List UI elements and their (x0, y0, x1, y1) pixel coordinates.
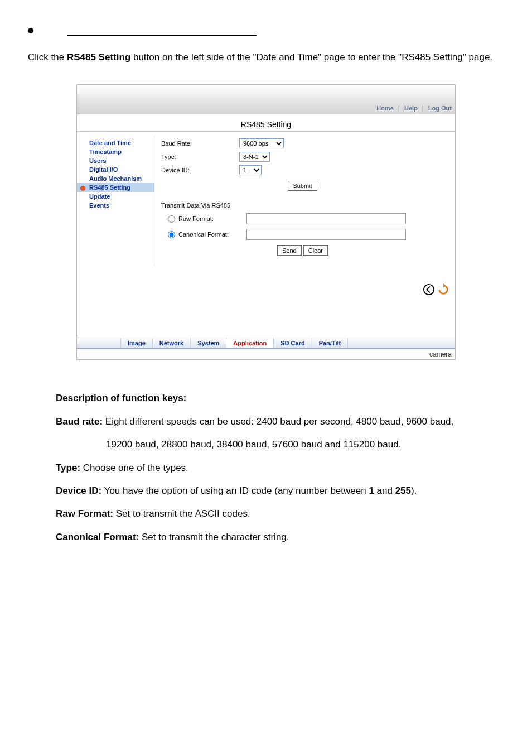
device-close: ). (411, 485, 417, 496)
tab-application[interactable]: Application (226, 338, 274, 348)
help-link[interactable]: Help (404, 105, 418, 112)
raw-format-label: Raw Format: (178, 215, 246, 222)
type-label: Type: (161, 153, 239, 160)
desc-heading: Description of function keys: (56, 393, 186, 403)
device-one: 1 (369, 485, 374, 496)
description-section: Description of function keys: Baud rate:… (56, 388, 504, 547)
main-form-area: Baud Rate: 9600 bps Type: 8-N-1 (154, 135, 455, 267)
device-255: 255 (395, 485, 411, 496)
baud-text-b: 19200 baud, 28800 baud, 38400 baud, 5760… (106, 439, 401, 450)
baud-text-a: Eight different speeds can be used: 2400… (103, 416, 453, 427)
intro-post: button on the left side of the "Date and… (130, 52, 492, 62)
footer-label: camera (77, 349, 455, 359)
sidebar-item-audio-mechanism[interactable]: Audio Mechanism (77, 174, 154, 183)
header-gradient (77, 85, 455, 104)
refresh-icon[interactable] (437, 283, 449, 296)
canonical-format-radio[interactable] (168, 231, 175, 238)
separator-icon: | (398, 105, 400, 112)
sidebar-item-update[interactable]: Update (77, 192, 154, 201)
raw-text: Set to transmit the ASCII codes. (113, 508, 250, 519)
canonical-format-input[interactable] (246, 229, 406, 240)
back-arrow-icon[interactable] (423, 283, 435, 296)
sidebar: Date and TimeTimestampUsersDigital I/OAu… (77, 135, 154, 267)
intro-pre: Click the (28, 52, 67, 62)
device-id-label: Device ID: (161, 167, 239, 174)
sidebar-item-date-and-time[interactable]: Date and Time (77, 138, 154, 147)
canonical-format-label: Canonical Format: (178, 231, 246, 238)
bullet-dot-icon (28, 28, 33, 33)
device-id-select[interactable]: 1 (239, 165, 262, 175)
title-rule (77, 131, 455, 132)
type-text: Choose one of the types. (80, 463, 188, 473)
top-nav-bar: Home | Help | Log Out (77, 104, 455, 114)
intro-paragraph: Click the RS485 Setting button on the le… (28, 47, 504, 68)
raw-key: Raw Format: (56, 508, 113, 519)
transmit-heading: Transmit Data Via RS485 (161, 202, 444, 209)
section-bullet-rule (28, 28, 504, 36)
type-key: Type: (56, 463, 80, 473)
type-select[interactable]: 8-N-1 (239, 152, 270, 162)
clear-button[interactable]: Clear (303, 245, 328, 256)
bottom-tab-bar: ImageNetworkSystemApplicationSD CardPan/… (77, 338, 455, 349)
sidebar-item-digital-i-o[interactable]: Digital I/O (77, 165, 154, 174)
heading-underline (67, 35, 257, 36)
canon-key: Canonical Format: (56, 532, 139, 542)
tab-right-spacer (348, 338, 455, 348)
raw-format-input[interactable] (246, 213, 406, 224)
home-link[interactable]: Home (376, 105, 394, 112)
device-text-a: You have the option of using an ID code … (101, 485, 369, 496)
svg-point-0 (424, 285, 434, 295)
sidebar-item-users[interactable]: Users (77, 156, 154, 165)
tab-network[interactable]: Network (153, 338, 191, 348)
tab-image[interactable]: Image (121, 338, 153, 348)
submit-button[interactable]: Submit (288, 181, 317, 191)
tab-left-spacer (77, 338, 121, 348)
tab-sd-card[interactable]: SD Card (274, 338, 312, 348)
device-and: and (374, 485, 395, 496)
device-key: Device ID: (56, 485, 101, 496)
sidebar-item-events[interactable]: Events (77, 201, 154, 210)
sidebar-item-rs485-setting[interactable]: RS485 Setting (77, 183, 154, 192)
baud-key: Baud rate: (56, 416, 103, 427)
canon-text: Set to transmit the character string. (139, 532, 289, 542)
tab-system[interactable]: System (191, 338, 226, 348)
sidebar-item-timestamp[interactable]: Timestamp (77, 147, 154, 156)
send-button[interactable]: Send (277, 245, 302, 256)
raw-format-radio[interactable] (168, 215, 175, 223)
baud-rate-label: Baud Rate: (161, 140, 239, 147)
intro-bold: RS485 Setting (67, 52, 130, 62)
tab-pan-tilt[interactable]: Pan/Tilt (312, 338, 349, 348)
logout-link[interactable]: Log Out (428, 105, 452, 112)
app-screenshot: Home | Help | Log Out RS485 Setting Date… (76, 84, 456, 360)
baud-rate-select[interactable]: 9600 bps (239, 138, 284, 148)
separator-icon: | (422, 105, 424, 112)
page-title: RS485 Setting (77, 114, 455, 131)
